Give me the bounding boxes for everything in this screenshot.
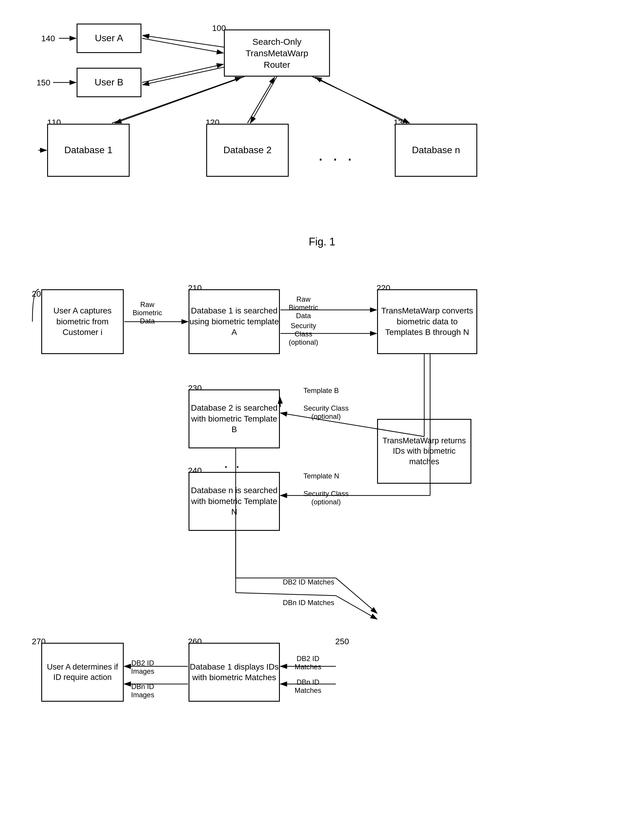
svg-line-28 xyxy=(336,578,377,613)
fig1-router-box: Search-Only TransMetaWarp Router xyxy=(224,30,330,77)
arrow-label-templateN: Template N xyxy=(303,472,339,480)
arrow-label-raw2: Raw Biometric Data xyxy=(289,295,318,320)
arrow-label-db2images: DB2 ID Images xyxy=(131,659,154,675)
fig1-userA-box: User A xyxy=(77,23,141,53)
fig2-userA2-box: User A determines if ID require action xyxy=(41,643,124,702)
arrow-label-secN: Security Class (optional) xyxy=(303,490,349,506)
svg-line-8 xyxy=(250,77,277,123)
fig1-dots: . . . xyxy=(318,144,354,165)
arrow-label-db2matches: DB2 ID Matches xyxy=(283,578,334,586)
arrow-label-sec1: Security Class (optional) xyxy=(289,322,318,346)
svg-line-11 xyxy=(315,77,407,123)
figure-2: 200 210 220 230 240 250 260 270 User A c… xyxy=(23,260,621,820)
svg-line-6 xyxy=(143,67,224,85)
arrow-label-secB: Security Class (optional) xyxy=(303,404,349,421)
svg-line-4 xyxy=(142,64,223,82)
svg-line-9 xyxy=(312,77,410,123)
figure-1: 140 150 100 110 120 130 User A User B Se… xyxy=(23,18,621,218)
arrow-label-dbnmatches2: DBn ID Matches xyxy=(295,678,321,695)
svg-line-21 xyxy=(280,397,281,407)
fig2-db2search-box: Database 2 is searched with biometric Te… xyxy=(189,390,280,448)
fig1-dbn-box: Database n xyxy=(395,124,477,177)
arrow-label-dbnimages: DBn ID Images xyxy=(131,683,154,699)
fig1-caption: Fig. 1 xyxy=(23,236,621,248)
arrow-label-dbnmatches: DBn ID Matches xyxy=(283,599,334,607)
fig1-db2-box: Database 2 xyxy=(206,124,289,177)
label-250: 250 xyxy=(335,637,349,646)
arrow-label-db2matches2: DB2 ID Matches xyxy=(295,655,321,671)
fig2-userA-box: User A captures biometric from Customer … xyxy=(41,289,124,354)
svg-line-27 xyxy=(236,593,336,596)
svg-line-3 xyxy=(142,38,223,53)
fig2-db1display-box: Database 1 displays IDs with biometric M… xyxy=(189,643,280,702)
fig2-dots: . . xyxy=(224,454,242,471)
label-150: 150 xyxy=(37,78,50,87)
arrow-label-templateB: Template B xyxy=(303,387,339,395)
fig2-tmw1-box: TransMetaWarp converts biometric data to… xyxy=(377,289,477,354)
fig2-tmw2-box: TransMetaWarp returns IDs with biometric… xyxy=(377,419,471,484)
fig1-userB-box: User B xyxy=(77,68,141,97)
svg-line-5 xyxy=(143,35,224,47)
fig2-db1search-box: Database 1 is searched using biometric t… xyxy=(189,289,280,354)
label-140: 140 xyxy=(41,34,55,43)
fig2-dbn-search-box: Database n is searched with biometric Te… xyxy=(189,472,280,531)
svg-line-10 xyxy=(247,77,275,123)
fig1-db1-box: Database 1 xyxy=(47,124,130,177)
arrow-label-raw1: Raw Biometric Data xyxy=(133,300,162,325)
svg-line-29 xyxy=(336,596,377,619)
